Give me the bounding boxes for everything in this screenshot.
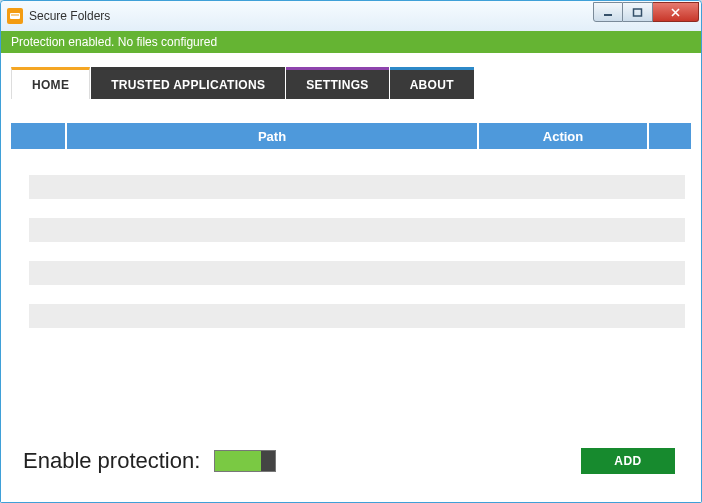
table-row[interactable] — [29, 304, 685, 328]
tab-settings[interactable]: SETTINGS — [286, 67, 388, 99]
rules-table: Path Action — [11, 123, 691, 436]
column-header-action[interactable]: Action — [479, 123, 649, 149]
status-bar: Protection enabled. No files configured — [1, 31, 701, 53]
enable-protection-label: Enable protection: — [23, 448, 200, 474]
app-window: Secure Folders Protection enabled. No fi… — [0, 0, 702, 503]
tab-trusted-applications[interactable]: TRUSTED APPLICATIONS — [91, 67, 285, 99]
column-header-icon[interactable] — [11, 123, 67, 149]
table-row[interactable] — [29, 261, 685, 285]
tab-bar: HOME TRUSTED APPLICATIONS SETTINGS ABOUT — [11, 67, 691, 99]
minimize-button[interactable] — [593, 2, 623, 22]
close-button[interactable] — [653, 2, 699, 22]
tab-about[interactable]: ABOUT — [390, 67, 474, 99]
column-header-extra[interactable] — [649, 123, 691, 149]
tab-home[interactable]: HOME — [11, 67, 90, 99]
table-row[interactable] — [29, 218, 685, 242]
window-controls — [593, 2, 699, 22]
maximize-button[interactable] — [623, 2, 653, 22]
titlebar: Secure Folders — [1, 1, 701, 31]
svg-rect-2 — [604, 14, 612, 16]
enable-protection-toggle[interactable] — [214, 450, 276, 472]
status-text: Protection enabled. No files configured — [11, 35, 217, 49]
body: HOME TRUSTED APPLICATIONS SETTINGS ABOUT… — [1, 53, 701, 502]
column-header-path[interactable]: Path — [67, 123, 479, 149]
svg-rect-0 — [10, 13, 20, 19]
app-icon — [7, 8, 23, 24]
table-row[interactable] — [29, 175, 685, 199]
table-body — [11, 149, 691, 436]
svg-rect-1 — [11, 15, 19, 16]
table-header: Path Action — [11, 123, 691, 149]
svg-rect-3 — [634, 9, 642, 16]
toggle-on-track — [215, 451, 261, 471]
window-title: Secure Folders — [29, 9, 110, 23]
footer: Enable protection: ADD — [11, 436, 691, 492]
toggle-knob — [261, 451, 275, 471]
add-button[interactable]: ADD — [581, 448, 675, 474]
